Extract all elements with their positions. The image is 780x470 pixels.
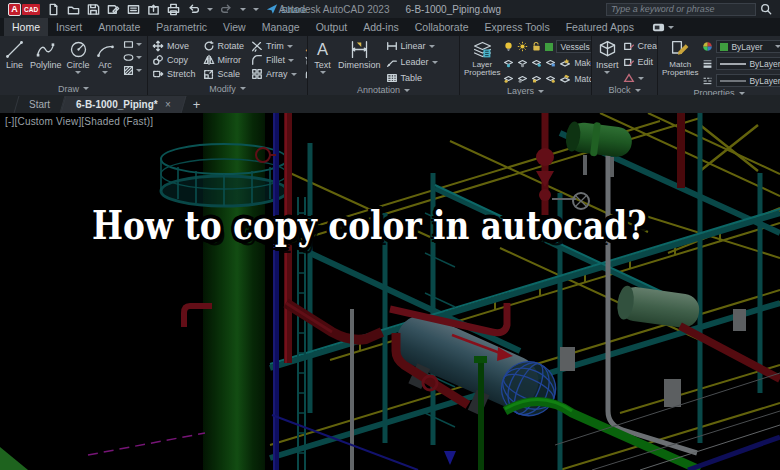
edit-attributes-button[interactable] [623, 71, 658, 85]
insert-button[interactable]: Insert [596, 39, 619, 74]
redo-dropdown-caret[interactable] [240, 8, 246, 11]
layer-lock-button[interactable] [531, 41, 542, 52]
open-folder-icon [67, 3, 80, 16]
panel-annotation: A Text Dimension Linear Leader Table Ann… [308, 36, 460, 95]
tab-manage[interactable]: Manage [254, 18, 308, 36]
dimension-button[interactable]: Dimension [338, 39, 381, 70]
table-button[interactable]: Table [386, 71, 438, 85]
print-button[interactable] [167, 3, 180, 16]
ribbon-state-icon [652, 21, 665, 34]
leader-button[interactable]: Leader [386, 55, 438, 69]
insert-caret[interactable] [604, 71, 610, 74]
search-icon[interactable] [760, 3, 772, 15]
save-button[interactable] [87, 3, 100, 16]
layer-thaw-icon [531, 73, 542, 84]
line-button[interactable]: Line [4, 39, 25, 70]
layer-freeze-button[interactable] [517, 41, 528, 52]
ribbon-display-toggle[interactable] [652, 18, 674, 36]
lineweight-button[interactable] [702, 58, 713, 69]
arc-dropdown-caret[interactable] [102, 71, 108, 74]
file-tab-document[interactable]: 6-B-1000_Piping* × [61, 96, 186, 113]
tab-collaborate[interactable]: Collaborate [407, 18, 477, 36]
layer-tool-4[interactable] [545, 57, 556, 68]
arc-button[interactable]: Arc [95, 39, 116, 74]
mirror-button[interactable]: Mirror [203, 53, 245, 67]
hatch-tool-button[interactable] [123, 65, 142, 76]
edit-block-button[interactable]: Edit [623, 55, 658, 69]
circle-button[interactable]: Circle [67, 39, 90, 74]
file-tab-start[interactable]: Start [14, 96, 66, 113]
modify-panel-label[interactable]: Modify [148, 82, 307, 95]
linear-button[interactable]: Linear [386, 39, 438, 53]
undo-dropdown-caret[interactable] [207, 8, 213, 11]
draw-panel-label[interactable]: Draw [0, 82, 147, 95]
annotation-panel-label[interactable]: Annotation [308, 85, 459, 95]
save-as-button[interactable] [107, 3, 120, 16]
layer-off-button[interactable] [503, 41, 514, 52]
plot-preview-button[interactable] [127, 3, 140, 16]
stretch-button[interactable]: Stretch [152, 67, 196, 81]
properties-panel-label[interactable]: Properties [658, 88, 780, 95]
match-properties-button[interactable]: Match Properties [662, 39, 698, 78]
customize-toolbar-caret[interactable] [253, 8, 259, 11]
tab-view[interactable]: View [215, 18, 254, 36]
layer-properties-button[interactable]: Layer Properties [464, 39, 500, 78]
layer-tool-6[interactable] [517, 73, 528, 84]
ellipse-tool-button[interactable] [123, 52, 142, 63]
autocad-logo-text: CAD [22, 4, 40, 15]
viewport-canvas[interactable]: [-][Custom View][Shaded (Fast)] [0, 113, 780, 470]
object-color-button[interactable] [702, 41, 713, 52]
move-button[interactable]: Move [152, 39, 196, 53]
make-current-button[interactable]: Make Current [559, 56, 592, 70]
publish-button[interactable] [147, 3, 160, 16]
tab-annotate[interactable]: Annotate [90, 18, 148, 36]
make-current-icon [559, 57, 571, 69]
file-tab-document-label: 6-B-1000_Piping* [76, 99, 158, 110]
redo-button[interactable] [220, 3, 233, 16]
layer-select[interactable]: Vessels [556, 40, 592, 53]
rotate-button[interactable]: Rotate [203, 39, 245, 53]
layer-tool-8[interactable] [545, 73, 556, 84]
tab-featured-apps[interactable]: Featured Apps [558, 18, 642, 36]
tab-insert[interactable]: Insert [48, 18, 90, 36]
app-menu-button[interactable]: A CAD [8, 3, 40, 16]
create-block-button[interactable]: Create [623, 39, 658, 53]
tab-add-ins[interactable]: Add-ins [355, 18, 407, 36]
polyline-button[interactable]: Polyline [30, 39, 62, 70]
copy-button[interactable]: Copy [152, 53, 196, 67]
array-button[interactable]: Array [251, 67, 297, 81]
open-file-button[interactable] [67, 3, 80, 16]
match-layer-button[interactable]: Match Layer [559, 72, 592, 86]
linetype-select[interactable]: ByLayer [716, 74, 780, 87]
viewport-controls[interactable]: [-][Custom View][Shaded (Fast)] [5, 116, 153, 127]
close-tab-icon[interactable]: × [165, 99, 171, 110]
color-select[interactable]: ByLayer [716, 40, 780, 53]
layer-tool-7[interactable] [531, 73, 542, 84]
paper-plane-icon [266, 3, 278, 15]
linetype-button[interactable] [702, 75, 713, 86]
rectangle-tool-button[interactable] [123, 39, 142, 50]
tab-home[interactable]: Home [4, 18, 48, 36]
share-button[interactable]: Share [266, 3, 306, 15]
layer-tool-5[interactable] [503, 73, 514, 84]
scale-button[interactable]: Scale [203, 67, 245, 81]
layer-color-swatch[interactable] [545, 43, 553, 51]
text-caret[interactable] [320, 71, 326, 74]
tab-parametric[interactable]: Parametric [148, 18, 215, 36]
tab-express-tools[interactable]: Express Tools [476, 18, 557, 36]
layer-tool-3[interactable] [531, 57, 542, 68]
trim-button[interactable]: Trim [251, 39, 297, 53]
lineweight-select[interactable]: ByLayer [716, 57, 780, 70]
circle-dropdown-caret[interactable] [75, 71, 81, 74]
layers-panel-label[interactable]: Layers [460, 86, 591, 95]
search-input[interactable] [606, 3, 756, 16]
layer-tool-2[interactable] [517, 57, 528, 68]
new-file-button[interactable] [47, 3, 60, 16]
tab-output[interactable]: Output [308, 18, 356, 36]
fillet-button[interactable]: Fillet [251, 53, 297, 67]
block-panel-label[interactable]: Block [592, 85, 657, 95]
undo-button[interactable] [187, 3, 200, 16]
layer-tool-1[interactable] [503, 57, 514, 68]
text-button[interactable]: A Text [312, 39, 333, 74]
new-tab-button[interactable]: + [184, 96, 210, 113]
